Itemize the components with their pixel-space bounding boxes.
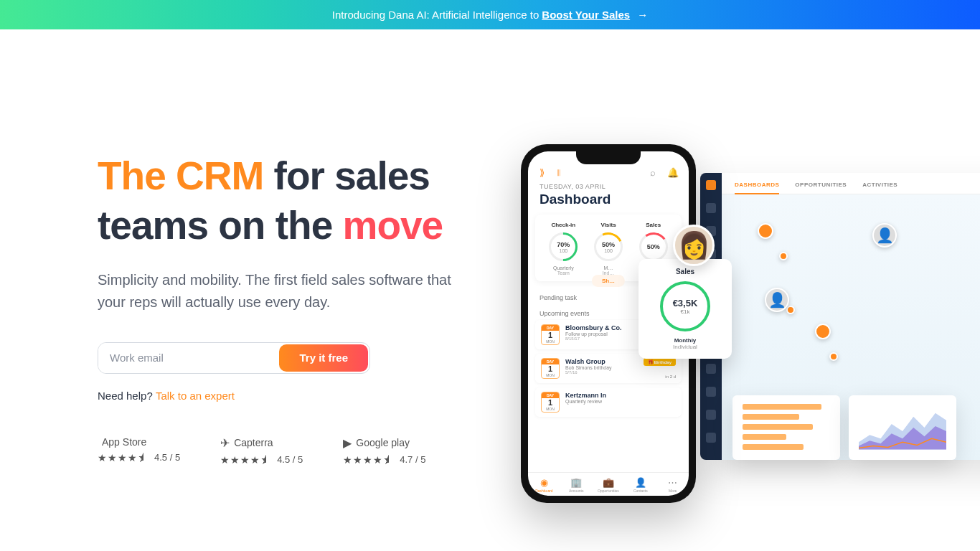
sidebar-icon	[706, 364, 716, 374]
arrow-right-icon: →	[637, 9, 648, 21]
metric-pct: 50%	[647, 243, 660, 250]
rating-googleplay: ▶Google play ★★★★⯨4.7 / 5	[343, 436, 425, 466]
hero-subtitle: Simplicity and mobility. The first field…	[98, 269, 478, 314]
day-num: 1	[542, 364, 559, 373]
area-chart-card	[849, 395, 956, 460]
rating-score: 4.7 / 5	[400, 454, 425, 465]
progress-ring-icon: 50%	[639, 232, 668, 261]
sidebar-icon	[706, 410, 716, 420]
event-meta: in 2 d	[665, 375, 676, 379]
metric-label: Sales	[631, 222, 676, 228]
more-icon: ⋯	[656, 477, 689, 488]
sales-footer1: Monthly	[646, 337, 725, 344]
search-icon[interactable]: ⌕	[650, 167, 660, 177]
product-mockups: DASHBOARDS OPPORTUNITIES ACTIVITIES	[521, 137, 980, 539]
email-input[interactable]	[98, 343, 278, 373]
store-name: Capterra	[234, 437, 273, 448]
phone-date: TUESDAY, 03 APRIL	[528, 183, 689, 190]
tab-contacts[interactable]: 👤Contacts	[624, 477, 656, 493]
day-label: DAY	[542, 392, 559, 398]
phone-notch	[576, 151, 641, 164]
metric-pct: 70%	[557, 241, 570, 248]
rating-appstore: App Store ★★★★⯨4.5 / 5	[98, 436, 180, 466]
user-avatar	[673, 225, 715, 266]
day-label: DAY	[542, 325, 559, 331]
help-text: Need help? Talk to an expert	[98, 390, 499, 402]
sidebar-icon	[706, 433, 716, 443]
tab-dashboard[interactable]: ◉Dashboard	[528, 477, 560, 493]
store-name: App Store	[102, 436, 146, 448]
metric-pct: 50%	[602, 241, 615, 248]
map-pin-icon	[779, 252, 788, 260]
tab-label: Opportunities	[593, 489, 625, 493]
map-pin-icon	[786, 306, 795, 314]
avatar-pin	[765, 288, 789, 312]
tab-label: More	[656, 489, 689, 493]
bar-chart-card	[732, 395, 840, 460]
share-button[interactable]: Sh…	[592, 275, 625, 287]
metric-footer2: Team	[541, 270, 586, 276]
announcement-link[interactable]: Boost Your Sales	[542, 9, 630, 21]
area-chart-icon	[859, 404, 946, 451]
phone-mockup: ⟫ ⦀ ⌕ 🔔 TUESDAY, 03 APRIL Dashboard Chec…	[521, 144, 696, 503]
announcement-bar[interactable]: Introducing Dana AI: Artificial Intellig…	[0, 0, 980, 29]
map-pin-icon	[758, 223, 773, 239]
sales-popover: Sales €3,5K €1k Monthly Individual	[639, 259, 732, 359]
hero-title-dark2: teams on the	[98, 203, 343, 248]
sales-title: Sales	[646, 268, 725, 276]
metric-label: Check-in	[541, 222, 586, 228]
progress-ring-icon: 50% 100	[594, 232, 623, 261]
day-label: DAY	[542, 359, 559, 364]
stars-icon: ★★★★⯨	[98, 452, 149, 463]
tab-activities[interactable]: ACTIVITIES	[862, 182, 897, 188]
rating-score: 4.5 / 5	[277, 454, 303, 465]
metric-footer: Quarterly	[541, 265, 586, 270]
sidebar-icon	[706, 180, 716, 190]
try-free-button[interactable]: Try it free	[279, 344, 368, 372]
avatar-pin	[872, 223, 897, 248]
sales-ring-icon: €3,5K €1k	[660, 281, 710, 331]
map-pin-icon	[815, 324, 831, 339]
tab-label: Accounts	[560, 489, 593, 493]
capterra-icon: ✈	[220, 436, 230, 450]
calendar-day-icon: DAY 1 MON	[541, 358, 560, 379]
tab-label: Contacts	[624, 489, 656, 493]
talk-to-expert-link[interactable]: Talk to an expert	[156, 390, 235, 402]
event-date: 5/7/16	[565, 370, 676, 375]
day-num: 1	[542, 331, 559, 339]
hero-title-accent2: move	[343, 203, 443, 248]
day-dow: MON	[542, 373, 559, 378]
event-item[interactable]: DAY 1 MON Kertzmann In Quarterly review	[535, 387, 682, 417]
phone-tabbar: ◉Dashboard 🏢Accounts 💼Opportunities 👤Con…	[528, 472, 689, 496]
ratings-row: App Store ★★★★⯨4.5 / 5 ✈Capterra ★★★★⯨4.…	[98, 436, 499, 466]
accounts-icon: 🏢	[560, 477, 593, 488]
tab-accounts[interactable]: 🏢Accounts	[560, 477, 593, 493]
help-prefix: Need help?	[98, 390, 156, 402]
dashboard-icon: ◉	[528, 477, 560, 488]
map-pin-icon	[829, 352, 838, 361]
announcement-text: Introducing Dana AI: Artificial Intellig…	[332, 9, 540, 21]
desktop-charts	[732, 395, 956, 460]
tab-more[interactable]: ⋯More	[656, 477, 689, 493]
metric-sub: 100	[604, 248, 613, 253]
event-title: Kertzmann In	[565, 392, 676, 399]
logo-icon: ⟫	[540, 167, 550, 177]
rating-capterra: ✈Capterra ★★★★⯨4.5 / 5	[220, 436, 303, 466]
hero-section: The CRM for sales teams on the move Simp…	[98, 29, 499, 551]
google-play-icon: ▶	[343, 436, 352, 450]
desktop-tabs: DASHBOARDS OPPORTUNITIES ACTIVITIES	[722, 173, 980, 194]
tab-opportunities[interactable]: 💼Opportunities	[593, 477, 625, 493]
tab-dashboards[interactable]: DASHBOARDS	[735, 182, 779, 194]
day-dow: MON	[542, 407, 559, 412]
stars-icon: ★★★★⯨	[220, 454, 271, 466]
day-dow: MON	[542, 339, 559, 344]
sales-goal: €1k	[681, 309, 690, 315]
tab-opportunities[interactable]: OPPORTUNITIES	[795, 182, 847, 188]
bell-icon[interactable]: 🔔	[667, 167, 677, 177]
day-num: 1	[542, 398, 559, 407]
sidebar-icon	[706, 387, 716, 397]
opportunities-icon: 💼	[593, 477, 625, 488]
event-sub: Bob Simons brithday	[565, 365, 676, 370]
stars-icon: ★★★★⯨	[343, 454, 394, 466]
event-sub: Quarterly review	[565, 399, 676, 404]
